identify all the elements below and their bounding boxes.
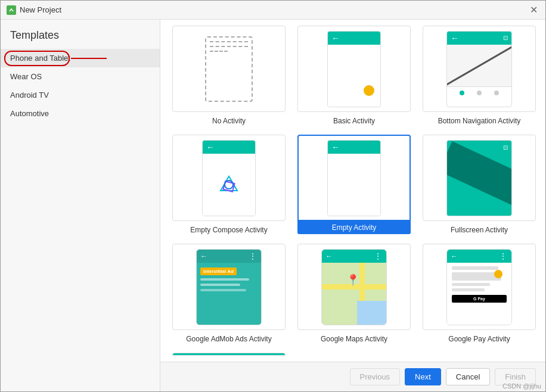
window-title: New Project (20, 5, 61, 14)
footer: Previous Next Cancel Finish (160, 362, 545, 391)
sidebar-item-wear-os[interactable]: Wear OS (1, 67, 160, 86)
next-button[interactable]: Next (405, 368, 441, 385)
sidebar-item-android-tv[interactable]: Android TV (1, 86, 160, 104)
basic-activity-mockup: ← (327, 31, 381, 107)
interstitial-ad-badge: Interstitial Ad (200, 267, 237, 275)
sidebar-title: Templates (1, 24, 160, 49)
template-card-admob[interactable]: ← ⋮ Interstitial Ad Google AdMob Ads A (172, 244, 286, 343)
template-card-fullscreen[interactable]: ← ⊡ Fullscreen Activity (423, 135, 536, 234)
close-button[interactable]: ✕ (528, 4, 539, 16)
sidebar-item-label: Wear OS (10, 72, 42, 81)
empty-compose-preview: ← (172, 135, 286, 221)
content-area: Templates Phone and Tablet Wear OS Andro… (1, 20, 545, 391)
template-card-no-activity[interactable]: No Activity (172, 26, 286, 125)
title-bar: New Project ✕ (1, 1, 545, 20)
red-line-decoration (71, 58, 107, 59)
no-activity-preview (172, 26, 286, 112)
svg-point-0 (8, 7, 14, 13)
sidebar-item-label: Android TV (10, 91, 49, 99)
template-card-empty-compose[interactable]: ← Empty Compose Activity (172, 135, 286, 234)
bottom-nav-mockup: ← ⊡ (446, 31, 512, 107)
maps-preview: ← ⋮ 📍 (297, 244, 411, 330)
maps-label: Google Maps Activity (321, 335, 387, 343)
template-card-empty-activity[interactable]: ← Empty Activity (297, 135, 411, 234)
gpay-mockup: ← ⋮ G Pay (446, 249, 512, 325)
sidebar-item-label: Phone and Tablet (10, 54, 70, 63)
sidebar: Templates Phone and Tablet Wear OS Andro… (1, 20, 160, 391)
android-icon (7, 5, 16, 15)
empty-activity-preview: ← (297, 135, 411, 221)
maps-mockup: ← ⋮ 📍 (321, 249, 387, 325)
gpay-label: Google Pay Activity (448, 335, 510, 343)
template-card-maps[interactable]: ← ⋮ 📍 Google Maps Ac (297, 244, 411, 343)
admob-label: Google AdMob Ads Activity (186, 335, 271, 343)
sidebar-item-phone-tablet[interactable]: Phone and Tablet (1, 49, 160, 67)
no-activity-mockup (205, 36, 253, 102)
admob-preview: ← ⋮ Interstitial Ad (172, 244, 286, 330)
title-bar-left: New Project (7, 5, 61, 15)
new-project-window: New Project ✕ Templates Phone and Tablet… (0, 0, 546, 392)
empty-activity-mockup: ← (327, 140, 381, 216)
no-activity-label: No Activity (212, 117, 246, 125)
basic-activity-label: Basic Activity (333, 117, 375, 125)
template-card-partial-1[interactable]: ← ⋮ (172, 353, 286, 356)
sidebar-item-label: Automotive (10, 109, 49, 118)
template-card-bottom-nav[interactable]: ← ⊡ Bot (423, 26, 536, 125)
empty-compose-label: Empty Compose Activity (190, 226, 267, 234)
empty-compose-mockup: ← (202, 140, 256, 216)
template-card-gpay[interactable]: ← ⋮ G Pay (423, 244, 536, 343)
basic-activity-preview: ← (297, 26, 411, 112)
cancel-button[interactable]: Cancel (446, 368, 490, 385)
sidebar-item-automotive[interactable]: Automotive (1, 104, 160, 123)
bottom-nav-label: Bottom Navigation Activity (438, 117, 521, 125)
fullscreen-label: Fullscreen Activity (451, 226, 508, 234)
previous-button[interactable]: Previous (350, 368, 401, 385)
template-grid: No Activity ← Basic Activity (160, 20, 545, 362)
admob-mockup: ← ⋮ Interstitial Ad (196, 249, 262, 325)
watermark: CSDN @jijhu (502, 382, 541, 390)
bottom-nav-preview: ← ⊡ (423, 26, 536, 112)
main-content: No Activity ← Basic Activity (160, 20, 545, 391)
fullscreen-preview: ← ⊡ (423, 135, 536, 221)
fullscreen-mockup: ← ⊡ (446, 140, 512, 216)
template-card-basic-activity[interactable]: ← Basic Activity (297, 26, 411, 125)
empty-activity-label: Empty Activity (297, 221, 411, 234)
partial-preview-1: ← ⋮ (172, 353, 286, 356)
gpay-preview: ← ⋮ G Pay (423, 244, 536, 330)
